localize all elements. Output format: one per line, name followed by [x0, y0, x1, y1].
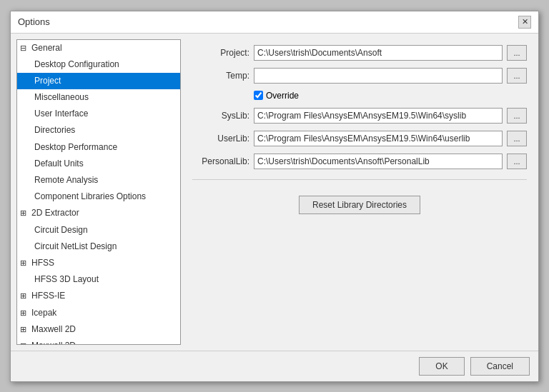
userlib-row: UserLib: ... — [192, 131, 527, 146]
project-input[interactable] — [254, 45, 503, 61]
expand-icon: ⊞ — [20, 207, 31, 220]
tree-item-2d-extractor[interactable]: ⊞2D Extractor — [17, 205, 180, 221]
reset-btn-row: Reset Library Directories — [192, 196, 527, 214]
tree-item-label: Remote Analysis — [34, 175, 98, 185]
project-row: Project: ... — [192, 45, 527, 61]
tree-item-project[interactable]: Project — [17, 73, 180, 89]
temp-row: Temp: ... — [192, 68, 527, 84]
tree-item-label: HFSS — [31, 258, 54, 268]
expand-icon: ⊞ — [20, 307, 31, 320]
temp-label: Temp: — [192, 71, 249, 81]
tree-item-hfss-ie[interactable]: ⊞HFSS-IE — [17, 288, 180, 304]
personallib-row: PersonalLib: ... — [192, 154, 527, 169]
tree-item-label: Default Units — [34, 159, 84, 169]
reset-library-button[interactable]: Reset Library Directories — [299, 196, 420, 214]
title-bar: Options ✕ — [11, 11, 538, 34]
tree-item-hfss-3d-layout[interactable]: HFSS 3D Layout — [17, 271, 180, 288]
dialog-title: Options — [18, 16, 50, 27]
ok-button[interactable]: OK — [419, 357, 464, 376]
project-browse-button[interactable]: ... — [507, 45, 527, 61]
expand-icon: ⊞ — [20, 340, 31, 345]
expand-icon: ⊟ — [20, 42, 31, 55]
tree-item-hfss[interactable]: ⊞HFSS — [17, 255, 180, 271]
tree-item-label: User Interface — [34, 109, 88, 119]
tree-item-user-interface[interactable]: User Interface — [17, 106, 180, 122]
userlib-browse-button[interactable]: ... — [507, 131, 527, 146]
cancel-button[interactable]: Cancel — [470, 357, 530, 376]
tree-item-maxwell-2d[interactable]: ⊞Maxwell 2D — [17, 321, 180, 338]
tree-item-label: Directories — [34, 125, 75, 135]
userlib-label: UserLib: — [192, 134, 249, 144]
tree-item-icepak[interactable]: ⊞Icepak — [17, 305, 180, 321]
form-panel: Project: ... Temp: ... Override SysLib: … — [187, 39, 533, 345]
syslib-input[interactable] — [254, 108, 503, 124]
temp-input[interactable] — [254, 68, 503, 84]
tree-item-label: Component Libraries Options — [34, 191, 146, 201]
project-label: Project: — [192, 48, 249, 58]
tree-item-label: Project — [34, 76, 61, 86]
tree-item-default-units[interactable]: Default Units — [17, 156, 180, 172]
personallib-input[interactable] — [254, 154, 503, 169]
tree-item-general[interactable]: ⊟General — [17, 40, 180, 56]
tree-item-component-libraries[interactable]: Component Libraries Options — [17, 189, 180, 205]
dialog-body: ⊟GeneralDesktop ConfigurationProjectMisc… — [11, 34, 538, 351]
userlib-input[interactable] — [254, 131, 503, 146]
personallib-browse-button[interactable]: ... — [507, 154, 527, 169]
expand-icon: ⊞ — [20, 257, 31, 270]
tree-item-desktop-config[interactable]: Desktop Configuration — [17, 56, 180, 73]
personallib-label: PersonalLib: — [192, 156, 249, 166]
syslib-label: SysLib: — [192, 111, 249, 121]
options-dialog: Options ✕ ⊟GeneralDesktop ConfigurationP… — [10, 11, 539, 382]
tree-item-label: Maxwell 3D — [31, 341, 76, 345]
form-divider — [192, 179, 527, 180]
tree-item-remote-analysis[interactable]: Remote Analysis — [17, 172, 180, 189]
tree-item-label: 2D Extractor — [31, 208, 79, 218]
tree-item-desktop-performance[interactable]: Desktop Performance — [17, 139, 180, 156]
tree-item-directories[interactable]: Directories — [17, 122, 180, 139]
temp-browse-button[interactable]: ... — [507, 68, 527, 84]
tree-item-circuit-design[interactable]: Circuit Design — [17, 222, 180, 238]
override-row: Override — [192, 91, 527, 101]
tree-item-circuit-netlist[interactable]: Circuit NetList Design — [17, 238, 180, 255]
close-button[interactable]: ✕ — [518, 16, 531, 29]
tree-item-label: Desktop Performance — [34, 142, 117, 152]
tree-item-label: Miscellaneous — [34, 92, 89, 102]
tree-item-label: Icepak — [31, 308, 56, 318]
dialog-footer: OK Cancel — [11, 351, 538, 381]
tree-item-label: General — [31, 43, 62, 53]
tree-item-label: Maxwell 2D — [31, 324, 76, 334]
tree-panel[interactable]: ⊟GeneralDesktop ConfigurationProjectMisc… — [16, 39, 181, 345]
override-checkbox[interactable] — [254, 91, 263, 100]
syslib-browse-button[interactable]: ... — [507, 108, 527, 124]
expand-icon: ⊞ — [20, 323, 31, 336]
expand-icon: ⊞ — [20, 290, 31, 303]
tree-item-miscellaneous[interactable]: Miscellaneous — [17, 89, 180, 106]
tree-item-label: Circuit Design — [34, 225, 88, 235]
tree-item-label: Circuit NetList Design — [34, 241, 117, 251]
syslib-row: SysLib: ... — [192, 108, 527, 124]
override-label[interactable]: Override — [266, 91, 299, 101]
tree-item-maxwell-3d[interactable]: ⊞Maxwell 3D — [17, 338, 180, 345]
tree-item-label: HFSS-IE — [31, 291, 65, 301]
tree-item-label: Desktop Configuration — [34, 59, 119, 69]
tree-item-label: HFSS 3D Layout — [34, 274, 99, 284]
